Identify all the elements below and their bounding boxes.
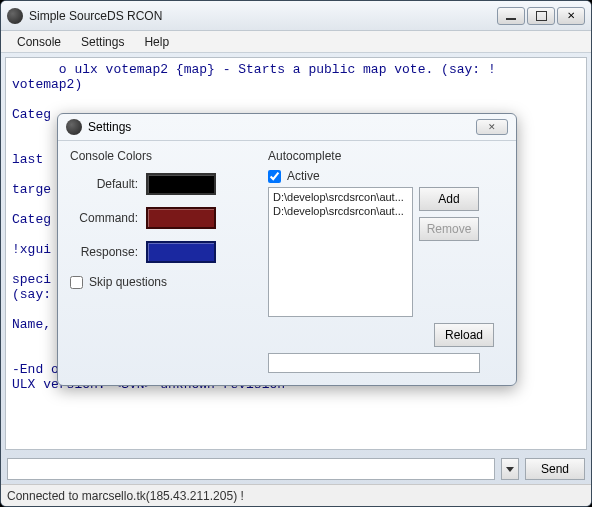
active-checkbox[interactable]: [268, 170, 281, 183]
send-button[interactable]: Send: [525, 458, 585, 480]
console-colors-label: Console Colors: [70, 149, 260, 163]
response-color-swatch[interactable]: [146, 241, 216, 263]
add-button[interactable]: Add: [419, 187, 479, 211]
dialog-title: Settings: [88, 120, 476, 134]
menu-help[interactable]: Help: [134, 33, 179, 51]
titlebar: Simple SourceDS RCON: [1, 1, 591, 31]
command-color-label: Command:: [70, 211, 146, 225]
response-color-label: Response:: [70, 245, 146, 259]
command-color-swatch[interactable]: [146, 207, 216, 229]
remove-button[interactable]: Remove: [419, 217, 479, 241]
input-row: Send: [1, 454, 591, 484]
autocomplete-path-input[interactable]: [268, 353, 480, 373]
default-color-swatch[interactable]: [146, 173, 216, 195]
default-color-label: Default:: [70, 177, 146, 191]
menubar: Console Settings Help: [1, 31, 591, 53]
dialog-close-button[interactable]: [476, 119, 508, 135]
minimize-button[interactable]: [497, 7, 525, 25]
history-dropdown-button[interactable]: [501, 458, 519, 480]
skip-questions-label: Skip questions: [89, 275, 167, 289]
window-title: Simple SourceDS RCON: [29, 9, 497, 23]
dialog-icon: [66, 119, 82, 135]
app-icon: [7, 8, 23, 24]
dialog-titlebar: Settings: [58, 114, 516, 141]
maximize-button[interactable]: [527, 7, 555, 25]
menu-settings[interactable]: Settings: [71, 33, 134, 51]
command-input[interactable]: [7, 458, 495, 480]
reload-button[interactable]: Reload: [434, 323, 494, 347]
main-window: Simple SourceDS RCON Console Settings He…: [0, 0, 592, 507]
autocomplete-label: Autocomplete: [268, 149, 504, 163]
list-item[interactable]: D:\develop\srcdsrcon\aut...: [271, 190, 410, 204]
settings-dialog: Settings Console Colors Default: Command…: [57, 113, 517, 386]
list-item[interactable]: D:\develop\srcdsrcon\aut...: [271, 204, 410, 218]
autocomplete-list[interactable]: D:\develop\srcdsrcon\aut... D:\develop\s…: [268, 187, 413, 317]
statusbar: Connected to marcsello.tk(185.43.211.205…: [1, 484, 591, 506]
menu-console[interactable]: Console: [7, 33, 71, 51]
skip-questions-checkbox[interactable]: [70, 276, 83, 289]
close-button[interactable]: [557, 7, 585, 25]
active-label: Active: [287, 169, 320, 183]
